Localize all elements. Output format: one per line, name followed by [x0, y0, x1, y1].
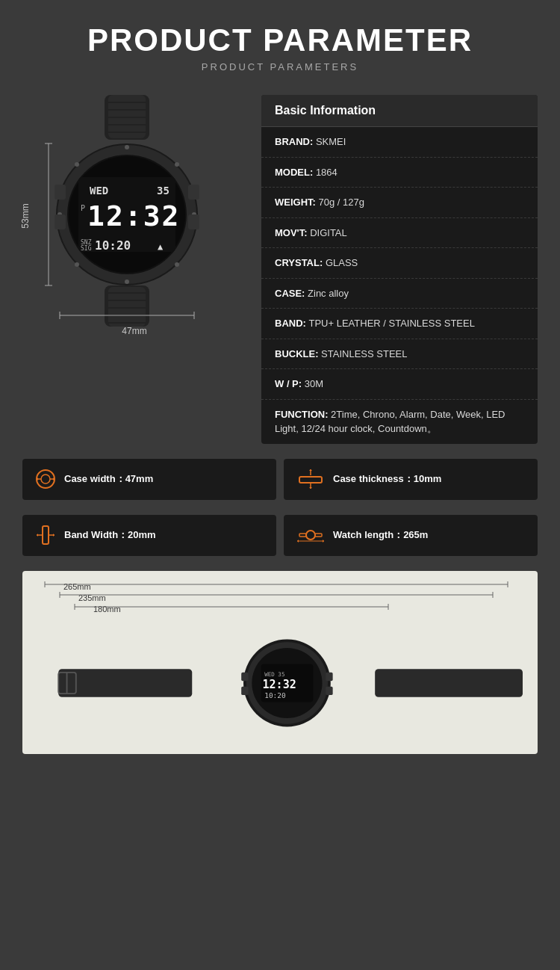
- info-label-2: WEIGHT:: [275, 197, 319, 208]
- svg-rect-92: [241, 672, 248, 680]
- case-thickness-label: Case thickness：: [333, 473, 414, 484]
- info-value-8: 30M: [305, 378, 323, 389]
- info-label-5: CASE:: [275, 288, 308, 299]
- band-width-text: Band Width：20mm: [64, 528, 156, 542]
- watch-length-value: 265m: [403, 529, 428, 540]
- info-panel: Basic Information BRAND: SKMEIMODEL: 186…: [261, 95, 538, 444]
- svg-text:SIG: SIG: [81, 245, 92, 252]
- info-label-0: BRAND:: [275, 136, 316, 147]
- svg-rect-51: [299, 477, 322, 483]
- svg-text:P: P: [81, 204, 85, 212]
- info-value-6: TPU+ LEATHER / STAINLESS STEEL: [309, 318, 475, 329]
- sub-title: PRODUCT PARAMETERS: [15, 61, 545, 72]
- info-value-0: SKMEI: [316, 136, 346, 147]
- svg-text:WED: WED: [90, 185, 108, 197]
- info-value-4: GLASS: [326, 257, 358, 268]
- info-label-3: MOV'T:: [275, 227, 310, 238]
- svg-text:35: 35: [157, 185, 169, 197]
- info-row-4: CRYSTAL: GLASS: [261, 248, 538, 279]
- svg-point-10: [125, 279, 129, 284]
- watch-length-icon: [296, 524, 326, 546]
- svg-point-46: [41, 475, 50, 484]
- page-wrapper: PRODUCT PARAMETER PRODUCT PARAMETERS 53m…: [0, 0, 560, 754]
- info-row-8: W / P: 30M: [261, 369, 538, 400]
- main-title: PRODUCT PARAMETER: [15, 22, 545, 58]
- info-value-7: STAINLESS STEEL: [321, 348, 407, 359]
- svg-text:10:20: 10:20: [95, 238, 131, 253]
- watch-length-box: Watch length：265m: [284, 515, 538, 556]
- info-label-8: W / P:: [275, 378, 305, 389]
- case-width-icon: [34, 468, 57, 490]
- svg-text:▲: ▲: [158, 241, 164, 252]
- svg-rect-1: [108, 95, 146, 138]
- width-dimension-label: 47mm: [34, 326, 235, 336]
- measurement-row-2: Band Width：20mm Watch length：265m: [0, 507, 560, 563]
- svg-rect-19: [55, 185, 66, 200]
- info-label-7: BUCKLE:: [275, 348, 321, 359]
- info-label-1: MODEL:: [275, 167, 316, 178]
- info-row-3: MOV'T: DIGITAL: [261, 218, 538, 249]
- height-dimension-label: 53mm: [20, 203, 31, 228]
- svg-text:10:20: 10:20: [264, 691, 286, 699]
- svg-rect-84: [375, 669, 523, 697]
- watch-illustration: WED 35 12:32 P SNZ SIG 10:20 ▲: [34, 95, 220, 327]
- watch-length-label: Watch length：: [333, 529, 403, 540]
- svg-rect-95: [326, 686, 332, 694]
- case-thickness-value: 10mm: [414, 473, 442, 484]
- info-row-0: BRAND: SKMEI: [261, 127, 538, 158]
- svg-rect-93: [241, 686, 248, 694]
- band-width-icon: [34, 524, 57, 546]
- case-thickness-box: Case thickness：10mm: [284, 459, 538, 500]
- svg-rect-20: [55, 214, 66, 229]
- svg-marker-59: [37, 534, 38, 537]
- svg-point-9: [125, 145, 129, 149]
- svg-rect-76: [58, 669, 192, 697]
- bottom-diagram: 265mm 235mm 180mm: [22, 571, 538, 754]
- info-row-9: FUNCTION: 2Time, Chrono, Alarm, Date, We…: [261, 400, 538, 444]
- svg-text:WED 35: WED 35: [264, 670, 284, 677]
- case-width-text: Case width：47mm: [64, 472, 153, 486]
- dimension-lines-svg: [22, 571, 538, 631]
- info-value-1: 1864: [316, 167, 337, 178]
- svg-point-14: [175, 162, 179, 167]
- svg-rect-62: [299, 534, 306, 537]
- info-panel-header: Basic Information: [261, 95, 538, 127]
- svg-rect-21: [188, 185, 199, 200]
- watch-section: 53mm: [22, 95, 246, 336]
- measurement-row-1: Case width：47mm Case thickness：10mm: [0, 451, 560, 507]
- svg-text:12:32: 12:32: [87, 200, 180, 232]
- svg-point-16: [175, 262, 179, 267]
- svg-marker-66: [323, 540, 324, 543]
- svg-rect-61: [306, 531, 315, 540]
- watch-flat-svg: WED 35 12:32 10:20: [37, 627, 523, 739]
- case-thickness-text: Case thickness：10mm: [333, 472, 441, 486]
- info-value-3: DIGITAL: [310, 227, 347, 238]
- info-rows-container: BRAND: SKMEIMODEL: 1864WEIGHT: 70g / 127…: [261, 127, 538, 444]
- case-width-label: Case width：: [64, 473, 125, 484]
- svg-marker-65: [297, 540, 299, 543]
- case-width-box: Case width：47mm: [22, 459, 276, 500]
- info-row-1: MODEL: 1864: [261, 158, 538, 188]
- case-thickness-icon: [296, 468, 326, 490]
- info-label-6: BAND:: [275, 318, 309, 329]
- band-width-label: Band Width：: [64, 529, 128, 540]
- content-row: 53mm: [0, 80, 560, 451]
- svg-rect-56: [43, 526, 49, 544]
- band-width-value: 20mm: [128, 529, 156, 540]
- svg-rect-94: [326, 672, 332, 680]
- info-value-2: 70g / 127g: [319, 197, 364, 208]
- svg-marker-60: [53, 534, 55, 537]
- info-row-2: WEIGHT: 70g / 127g: [261, 188, 538, 218]
- svg-point-13: [75, 162, 79, 167]
- svg-text:12:32: 12:32: [262, 677, 296, 691]
- svg-rect-63: [315, 534, 322, 537]
- info-label-4: CRYSTAL:: [275, 257, 326, 268]
- svg-point-15: [75, 262, 79, 267]
- watch-length-text: Watch length：265m: [333, 528, 428, 542]
- info-row-6: BAND: TPU+ LEATHER / STAINLESS STEEL: [261, 309, 538, 339]
- svg-marker-54: [309, 469, 312, 471]
- case-width-value: 47mm: [125, 473, 154, 484]
- svg-marker-55: [309, 487, 312, 489]
- band-width-box: Band Width：20mm: [22, 515, 276, 556]
- info-value-5: Zinc alloy: [308, 288, 349, 299]
